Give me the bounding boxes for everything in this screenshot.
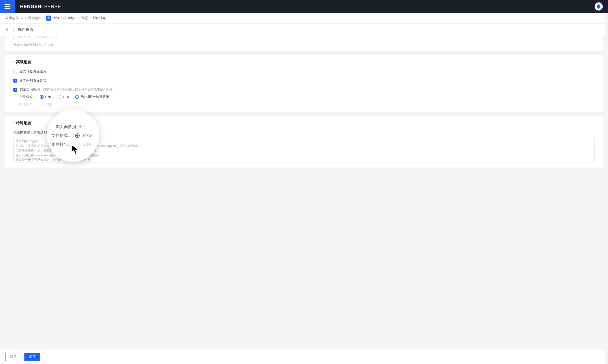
selected-page-tag[interactable]: 新建页面 ✕ <box>13 36 32 40</box>
radio-dot-icon <box>40 95 44 99</box>
format-excel-radio[interactable]: Excel聚合结果数据 <box>75 95 109 99</box>
selected-pages-tags: 新建页面 ✕ 新建页面 (2) ✕ <box>13 36 595 40</box>
breadcrumb-settings[interactable]: 设置 <box>81 16 88 20</box>
svg-rect-1 <box>5 6 10 7</box>
menu-button[interactable] <box>0 0 15 13</box>
file-format-label: 文件格式： <box>19 95 36 99</box>
page-title-bar: 邮件推送 <box>0 24 608 36</box>
brand-light: SENSE <box>44 4 61 9</box>
back-button[interactable] <box>5 26 9 33</box>
radio-label: Excel聚合结果数据 <box>81 95 109 99</box>
required-star-icon: * <box>13 121 15 125</box>
cancel-button[interactable]: 取消 <box>5 353 21 361</box>
tag-label: 新建页面 (2) <box>35 36 51 39</box>
special-config-card: * 特殊配置 推送内容过大时发送邮件 <box>5 116 603 168</box>
avatar[interactable] <box>595 2 603 11</box>
content-select-card: 新建页面 ✕ 新建页面 (2) ✕ 选择页面作为定时发送的内容 <box>5 36 603 51</box>
advanced-config-card: * 高级配置 正文预览页面图片 正文附加页面链接 附加页面数据 (页面分析的结果… <box>5 55 603 112</box>
radio-label: PDF <box>63 95 70 99</box>
helper-text: 选择页面作为定时发送的内容 <box>13 43 595 47</box>
breadcrumb-separator: / <box>25 16 26 20</box>
file-format-radio-group: PNG PDF Excel聚合结果数据 <box>40 95 109 99</box>
oversize-mail-label: 推送内容过大时发送邮件 <box>13 130 595 135</box>
save-button[interactable]: 保存 <box>25 353 40 361</box>
svg-rect-0 <box>5 4 10 5</box>
breadcrumb-current: 邮件推送 <box>93 16 106 20</box>
brand-bold: HENGSHI <box>20 4 43 9</box>
avatar-icon <box>596 4 602 9</box>
breadcrumb-app[interactable]: 应用创作 <box>5 16 19 20</box>
breadcrumb-mine[interactable]: 我的创作 <box>28 16 41 20</box>
breadcrumb-chip-icon: 查 <box>46 15 51 21</box>
radio-label: PNG <box>45 95 52 99</box>
page-title: 邮件推送 <box>18 27 33 32</box>
radio-dot-icon <box>75 95 79 99</box>
chevron-left-icon <box>6 27 9 31</box>
topbar: HENGSHI SENSE <box>0 0 608 13</box>
svg-rect-2 <box>5 8 10 9</box>
pack-label: 附件打包： <box>19 103 36 107</box>
oversize-mail-textarea[interactable] <box>13 137 595 162</box>
required-star-icon: * <box>13 60 15 64</box>
breadcrumb-separator: / <box>90 16 91 20</box>
attach-link-label: 正文附加页面链接 <box>20 78 46 83</box>
breadcrumb-separator: / <box>78 16 79 20</box>
close-icon[interactable]: ✕ <box>53 36 55 39</box>
section-title: 特殊配置 <box>16 121 31 126</box>
brand: HENGSHI SENSE <box>20 4 61 9</box>
breadcrumb-separator: / <box>43 16 44 20</box>
section-title: 高级配置 <box>16 60 31 65</box>
breadcrumb: 应用创作 ⌄ / 我的创作 / 查 查询_CN_origin / 设置 / 邮件… <box>0 13 608 24</box>
close-icon[interactable]: ✕ <box>28 36 30 39</box>
radio-dot-icon <box>58 95 62 99</box>
pack-enable-label: 启用 <box>45 103 52 107</box>
attach-data-checkbox[interactable] <box>13 88 17 92</box>
chevron-down-icon[interactable]: ⌄ <box>21 16 23 20</box>
breadcrumb-doc[interactable]: 查询_CN_origin <box>53 16 76 20</box>
preview-image-checkbox[interactable] <box>13 70 17 74</box>
attach-data-label: 附加页面数据 <box>20 88 40 92</box>
footer: 取消 保存 <box>0 349 608 364</box>
main-scroll-area[interactable]: 新建页面 ✕ 新建页面 (2) ✕ 选择页面作为定时发送的内容 * 高级配置 正… <box>0 36 608 349</box>
attach-link-checkbox[interactable] <box>13 79 17 83</box>
attach-data-hint: (页面分析的结果数据，以文件形式展示于邮件附件) <box>43 88 114 92</box>
pack-enable-checkbox[interactable] <box>40 103 44 106</box>
selected-page-tag[interactable]: 新建页面 (2) ✕ <box>34 36 56 40</box>
tag-label: 新建页面 <box>15 36 26 39</box>
divider <box>13 27 14 32</box>
format-png-radio[interactable]: PNG <box>40 95 52 99</box>
format-pdf-radio[interactable]: PDF <box>58 95 70 99</box>
scrollbar-track[interactable] <box>605 13 608 364</box>
hamburger-icon <box>5 4 10 9</box>
preview-image-label: 正文预览页面图片 <box>20 69 46 74</box>
